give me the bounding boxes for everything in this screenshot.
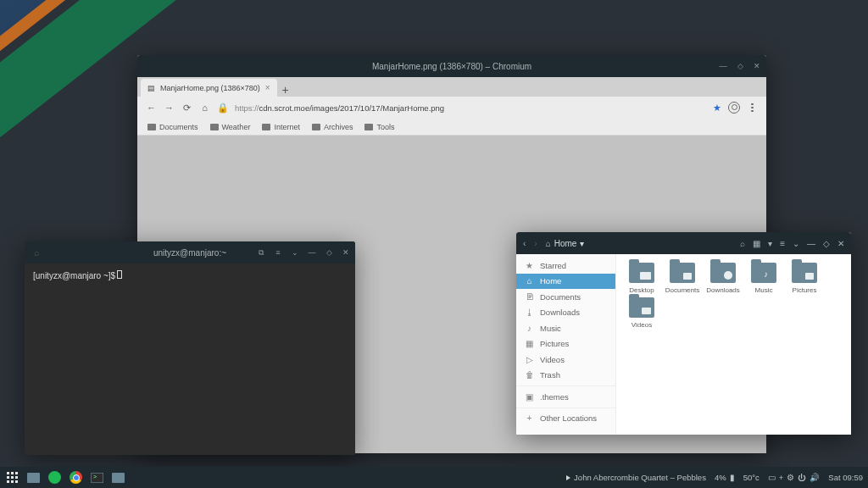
sidebar-item-other-locations[interactable]: +Other Locations: [516, 411, 615, 427]
bookmark-documents[interactable]: Documents: [147, 123, 198, 131]
maximize-button[interactable]: ◇: [325, 248, 333, 257]
chevron-down-icon[interactable]: ⌄: [291, 248, 299, 257]
temperature-indicator[interactable]: 50°c: [743, 473, 760, 482]
bookmarks-bar: Documents Weather Internet Archives Tool…: [137, 119, 766, 136]
folder-pictures[interactable]: Pictures: [784, 263, 825, 294]
hamburger-icon[interactable]: ≡: [274, 248, 282, 257]
path-bar[interactable]: ⌂ Home ▾: [546, 239, 585, 248]
browser-tab[interactable]: ▤ ManjarHome.png (1386×780) ×: [141, 79, 277, 97]
url-rest: cdn.scrot.moe/images/2017/10/17/ManjarHo…: [259, 103, 445, 113]
file-manager-window: ‹ › ⌂ Home ▾ ⌕ ▦ ▾ ≡ ⌄ — ◇ ✕ ★Starred: [516, 232, 851, 435]
bookmark-tools[interactable]: Tools: [364, 123, 394, 131]
sidebar-item-starred[interactable]: ★Starred: [516, 258, 615, 274]
path-label: Home: [554, 239, 577, 248]
tray-window-icon[interactable]: ▭: [768, 473, 776, 482]
sidebar-item-pictures[interactable]: ▦Pictures: [516, 336, 615, 352]
now-playing[interactable]: John Abercrombie Quartet – Pebbles: [566, 473, 706, 482]
file-manager-sidebar: ★Starred ⌂Home 🖹Documents ⭳Downloads ♪Mu…: [516, 254, 616, 435]
folder-music[interactable]: Music: [743, 263, 784, 294]
star-bookmark-icon[interactable]: ★: [712, 103, 721, 113]
sidebar-item-downloads[interactable]: ⭳Downloads: [516, 305, 615, 321]
sidebar-item-music[interactable]: ♪Music: [516, 320, 615, 336]
home-icon: ⌂: [546, 239, 551, 248]
folder-icon: [364, 124, 373, 130]
bookmark-weather[interactable]: Weather: [210, 123, 251, 131]
search-icon[interactable]: ⌕: [740, 239, 745, 248]
taskbar-terminal-icon[interactable]: [90, 470, 104, 485]
menu-kebab-icon[interactable]: [747, 103, 758, 114]
sidebar-item-home[interactable]: ⌂Home: [516, 274, 615, 290]
tray-settings-icon[interactable]: ⚙: [787, 473, 794, 482]
hamburger-icon[interactable]: ≡: [780, 239, 785, 248]
terminal-body[interactable]: [unityzx@manjaro ~]$: [25, 263, 355, 287]
folder-videos[interactable]: Videos: [621, 297, 662, 329]
tab-close-icon[interactable]: ×: [265, 83, 270, 92]
minimize-button[interactable]: —: [308, 248, 316, 257]
folder-icon: [262, 124, 270, 130]
search-icon[interactable]: ⌕: [31, 247, 42, 258]
battery-indicator[interactable]: 4%▮: [715, 473, 735, 482]
desktop: ManjarHome.png (1386×780) – Chromium — ◇…: [0, 0, 868, 488]
clock[interactable]: Sat 09:59: [828, 473, 863, 482]
plus-icon: +: [525, 413, 534, 423]
reload-button[interactable]: ⟳: [181, 103, 192, 114]
bookmark-archives[interactable]: Archives: [312, 123, 353, 131]
minimize-button[interactable]: —: [807, 239, 815, 248]
tab-favicon: ▤: [147, 84, 155, 92]
download-icon: ⭳: [525, 308, 534, 317]
profile-avatar-icon[interactable]: [728, 102, 740, 114]
lock-icon: 🔒: [217, 103, 228, 114]
taskbar-chrome-icon[interactable]: [69, 470, 83, 485]
folder-desktop[interactable]: Desktop: [621, 263, 662, 294]
home-button[interactable]: ⌂: [199, 103, 210, 114]
folder-icon: [210, 124, 219, 130]
terminal-prompt: [unityzx@manjaro ~]$: [33, 271, 115, 280]
folder-icon: [312, 124, 320, 130]
grid-view-icon[interactable]: ▦: [753, 239, 760, 248]
nav-forward-icon[interactable]: ›: [534, 239, 537, 248]
tray-power-icon[interactable]: ⏻: [798, 473, 806, 482]
minimize-button[interactable]: —: [719, 62, 727, 70]
file-grid[interactable]: Desktop Documents Downloads Music Pictur…: [616, 254, 851, 435]
new-tab-button[interactable]: +: [277, 83, 294, 97]
forward-button[interactable]: →: [164, 103, 175, 114]
bookmark-internet[interactable]: Internet: [262, 123, 300, 131]
tab-strip: ▤ ManjarHome.png (1386×780) × +: [137, 77, 766, 97]
picture-icon: ▦: [525, 339, 534, 348]
app-launcher-icon[interactable]: [5, 470, 19, 485]
chevron-down-icon[interactable]: ⌄: [793, 239, 799, 248]
document-icon: 🖹: [525, 292, 534, 302]
folder-documents[interactable]: Documents: [662, 263, 703, 294]
video-icon: ▷: [525, 355, 534, 364]
music-icon: ♪: [525, 324, 534, 333]
back-button[interactable]: ←: [146, 103, 157, 114]
play-icon: [566, 475, 570, 480]
close-button[interactable]: ✕: [837, 239, 844, 248]
taskbar-files-icon[interactable]: [26, 470, 41, 485]
taskbar-filemanager-icon[interactable]: [111, 470, 125, 485]
taskbar-spotify-icon[interactable]: [47, 470, 62, 485]
nav-back-icon[interactable]: ‹: [523, 239, 526, 248]
tray-plus-icon[interactable]: +: [779, 473, 784, 482]
folder-downloads[interactable]: Downloads: [703, 263, 743, 294]
file-manager-titlebar[interactable]: ‹ › ⌂ Home ▾ ⌕ ▦ ▾ ≡ ⌄ — ◇ ✕: [516, 232, 851, 254]
maximize-button[interactable]: ◇: [736, 62, 744, 70]
home-icon: ⌂: [525, 276, 534, 286]
view-options-icon[interactable]: ▾: [768, 239, 772, 248]
tray-icons[interactable]: ▭ + ⚙ ⏻ 🔊: [768, 473, 821, 482]
close-button[interactable]: ✕: [753, 62, 761, 70]
terminal-cursor: [117, 270, 122, 279]
folder-icon: ▣: [525, 392, 534, 402]
maximize-button[interactable]: ◇: [823, 239, 830, 248]
tray-volume-icon[interactable]: 🔊: [810, 473, 820, 482]
address-bar[interactable]: https://cdn.scrot.moe/images/2017/10/17/…: [235, 103, 705, 113]
sidebar-item-trash[interactable]: 🗑Trash: [516, 368, 615, 384]
sidebar-item-documents[interactable]: 🖹Documents: [516, 289, 615, 305]
sidebar-item-videos[interactable]: ▷Videos: [516, 352, 615, 368]
toolbar: ← → ⟳ ⌂ 🔒 https://cdn.scrot.moe/images/2…: [137, 97, 766, 119]
close-button[interactable]: ✕: [342, 248, 350, 257]
browser-titlebar[interactable]: ManjarHome.png (1386×780) – Chromium — ◇…: [137, 55, 766, 77]
new-tab-icon[interactable]: ⧉: [257, 248, 265, 257]
terminal-titlebar[interactable]: ⌕ unityzx@manjaro:~ ⧉ ≡ ⌄ — ◇ ✕: [25, 241, 355, 263]
sidebar-item-themes[interactable]: ▣.themes: [516, 389, 615, 405]
